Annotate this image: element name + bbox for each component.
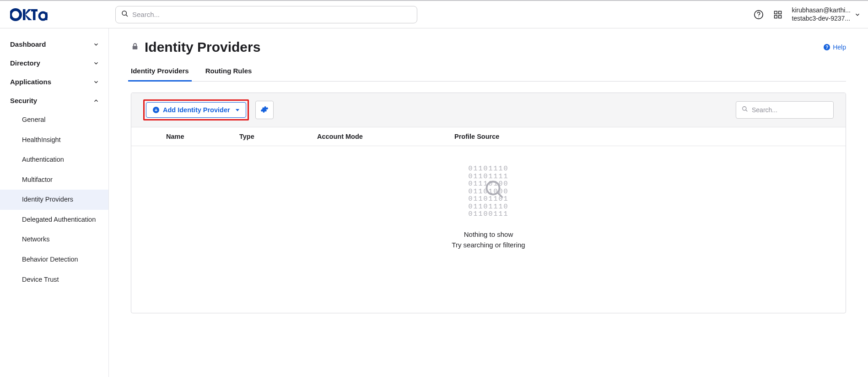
page-title-text: Identity Providers (145, 39, 260, 55)
svg-line-9 (126, 15, 128, 16)
toolbar-left: + Add Identity Provider (143, 99, 274, 120)
sidebar-item-delegated-authentication[interactable]: Delegated Authentication (0, 210, 108, 230)
help-icon[interactable] (753, 9, 764, 20)
main-content: Identity Providers ? Help Identity Provi… (109, 28, 868, 377)
search-icon (742, 106, 748, 114)
chevron-up-icon (93, 98, 99, 104)
tab-identity-providers[interactable]: Identity Providers (131, 63, 189, 81)
sidebar-item-general[interactable]: General (0, 110, 108, 130)
topbar-right: kirubhasan@karthi... testabc3-dev-9237..… (753, 6, 861, 22)
help-link[interactable]: ? Help (824, 44, 846, 51)
plus-icon: + (153, 107, 159, 113)
user-menu[interactable]: kirubhasan@karthi... testabc3-dev-9237..… (792, 6, 861, 22)
th-type: Type (239, 133, 317, 140)
user-email: kirubhasan@karthi... (792, 6, 851, 15)
th-profile-source: Profile Source (454, 133, 573, 140)
sidebar-section-dashboard[interactable]: Dashboard (0, 35, 108, 54)
app-root: kirubhasan@karthi... testabc3-dev-9237..… (0, 0, 868, 377)
gear-icon (260, 105, 269, 115)
sidebar-item-label: Delegated Authentication (22, 216, 96, 223)
binary-line: 01101110 (468, 203, 508, 211)
sidebar-item-multifactor[interactable]: Multifactor (0, 170, 108, 190)
th-account-mode: Account Mode (317, 133, 454, 140)
svg-line-18 (746, 110, 748, 112)
sidebar-item-healthinsight[interactable]: HealthInsight (0, 130, 108, 150)
svg-rect-15 (779, 15, 782, 18)
sidebar-section-security[interactable]: Security (0, 91, 108, 110)
sidebar-item-authentication[interactable]: Authentication (0, 150, 108, 170)
empty-state: 01101110 01101111 01110100 01101000 0110… (131, 146, 846, 313)
empty-headline: Nothing to show (464, 230, 513, 238)
sidebar-section-label: Applications (10, 78, 51, 86)
svg-point-11 (759, 16, 759, 17)
tab-label: Identity Providers (131, 67, 189, 75)
lock-icon (131, 42, 139, 53)
svg-point-8 (122, 11, 126, 15)
add-identity-provider-button[interactable]: + Add Identity Provider (146, 102, 246, 118)
svg-rect-7 (45, 12, 48, 20)
global-search[interactable] (115, 6, 417, 23)
sidebar-item-device-trust[interactable]: Device Trust (0, 270, 108, 290)
sidebar-section-directory[interactable]: Directory (0, 54, 108, 72)
sidebar-item-label: General (22, 116, 46, 123)
th-name: Name (166, 133, 239, 140)
empty-illustration: 01101110 01101111 01110100 01101000 0110… (468, 165, 508, 219)
settings-button[interactable] (255, 101, 274, 119)
panel-search[interactable] (736, 101, 834, 119)
global-search-input[interactable] (132, 11, 411, 18)
chevron-down-icon (93, 41, 99, 48)
sidebar-item-label: Behavior Detection (22, 256, 78, 263)
help-badge-icon: ? (824, 44, 830, 50)
topbar: kirubhasan@karthi... testabc3-dev-9237..… (0, 1, 868, 28)
magnifier-icon (485, 180, 504, 199)
svg-rect-14 (775, 15, 777, 18)
search-icon (121, 10, 129, 19)
sidebar-item-label: Identity Providers (22, 196, 73, 203)
idp-panel: + Add Identity Provider (131, 93, 846, 313)
svg-point-0 (11, 10, 21, 20)
table-header: Name Type Account Mode Profile Source (131, 127, 846, 146)
user-text: kirubhasan@karthi... testabc3-dev-9237..… (792, 6, 851, 22)
sidebar-section-label: Directory (10, 59, 40, 67)
tab-label: Routing Rules (205, 67, 252, 75)
apps-icon[interactable] (772, 9, 783, 20)
sidebar-section-label: Security (10, 97, 37, 104)
svg-marker-2 (26, 9, 32, 15)
help-link-label: Help (833, 44, 846, 51)
svg-point-17 (743, 107, 746, 110)
sidebar-section-label: Dashboard (10, 40, 46, 48)
binary-line: 01101110 (468, 165, 508, 173)
tab-routing-rules[interactable]: Routing Rules (205, 63, 252, 81)
page-title-row: Identity Providers ? Help (131, 39, 846, 55)
panel-search-input[interactable] (752, 106, 832, 114)
panel-toolbar: + Add Identity Provider (131, 93, 846, 127)
caret-down-icon (236, 109, 239, 111)
sidebar-item-label: Device Trust (22, 276, 59, 283)
user-org: testabc3-dev-9237... (792, 15, 851, 23)
svg-marker-3 (26, 15, 32, 20)
chevron-down-icon (93, 60, 99, 66)
okta-logo (10, 8, 48, 21)
tabs: Identity Providers Routing Rules (131, 63, 846, 82)
sidebar-item-networks[interactable]: Networks (0, 229, 108, 250)
sidebar-item-identity-providers[interactable]: Identity Providers (0, 190, 108, 210)
svg-rect-5 (31, 9, 38, 11)
svg-rect-16 (133, 46, 138, 49)
svg-rect-12 (775, 11, 777, 14)
page-title: Identity Providers (131, 39, 260, 55)
svg-line-20 (498, 193, 503, 198)
highlight-box: + Add Identity Provider (143, 99, 249, 120)
sidebar-item-label: Authentication (22, 156, 64, 163)
sidebar-section-applications[interactable]: Applications (0, 72, 108, 91)
svg-point-19 (487, 182, 500, 195)
sidebar-item-label: HealthInsight (22, 136, 61, 143)
empty-subline: Try searching or filtering (452, 241, 525, 249)
add-button-label: Add Identity Provider (163, 106, 230, 114)
sidebar-item-label: Multifactor (22, 176, 53, 183)
sidebar-item-behavior-detection[interactable]: Behavior Detection (0, 250, 108, 270)
sidebar-item-label: Networks (22, 235, 49, 243)
binary-line: 01100111 (468, 211, 508, 219)
chevron-down-icon (93, 79, 99, 85)
svg-rect-1 (23, 9, 26, 20)
binary-line: 01101111 (468, 173, 508, 181)
